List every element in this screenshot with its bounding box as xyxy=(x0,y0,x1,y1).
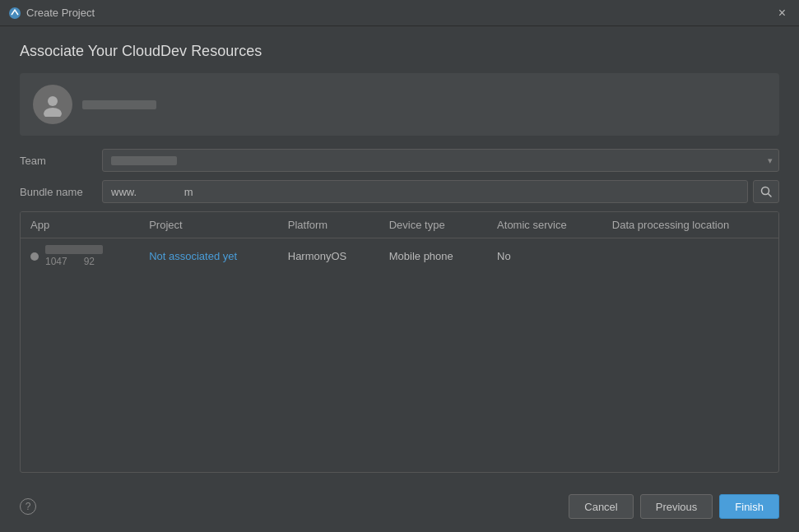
team-row: Team ▾ xyxy=(20,149,779,172)
col-platform: Platform xyxy=(278,212,379,238)
bundle-name-label: Bundle name xyxy=(20,186,94,198)
cell-device-type: Mobile phone xyxy=(379,238,487,275)
app-table-container: App Project Platform Device type Atomic … xyxy=(20,211,779,473)
svg-line-4 xyxy=(769,194,772,197)
dialog-title-bar: Create Project xyxy=(26,7,95,19)
close-button[interactable]: × xyxy=(773,5,791,21)
svg-point-2 xyxy=(44,108,62,117)
team-select-wrapper: ▾ xyxy=(102,149,779,172)
cancel-button[interactable]: Cancel xyxy=(569,494,633,519)
app-info: 1047 92 xyxy=(45,245,103,267)
team-value-blurred xyxy=(111,156,177,165)
search-icon xyxy=(760,186,772,197)
svg-point-1 xyxy=(48,96,58,106)
col-atomic-service: Atomic service xyxy=(487,212,602,238)
col-app: App xyxy=(21,212,139,238)
cell-data-processing xyxy=(602,238,778,275)
app-name-blurred xyxy=(45,245,103,254)
app-status-dot xyxy=(30,252,39,261)
account-name-blurred xyxy=(82,100,156,109)
bundle-name-row: Bundle name xyxy=(20,180,779,203)
footer-buttons: Cancel Previous Finish xyxy=(569,494,779,519)
help-button[interactable]: ? xyxy=(20,498,36,515)
dialog-content: Associate Your CloudDev Resources Team ▾… xyxy=(0,26,799,486)
cell-atomic-service: No xyxy=(487,238,602,275)
col-data-processing: Data processing location xyxy=(602,212,778,238)
table-header-row: App Project Platform Device type Atomic … xyxy=(21,212,778,238)
app-id: 1047 92 xyxy=(45,256,103,267)
team-label: Team xyxy=(20,155,94,167)
finish-button[interactable]: Finish xyxy=(719,494,779,519)
previous-button[interactable]: Previous xyxy=(640,494,713,519)
cell-project: Not associated yet xyxy=(139,238,278,275)
app-logo-icon xyxy=(8,7,21,20)
bundle-name-input[interactable] xyxy=(102,180,748,203)
avatar-icon xyxy=(40,92,65,117)
cell-app: 1047 92 xyxy=(21,238,139,275)
col-project: Project xyxy=(139,212,278,238)
dialog-footer: ? Cancel Previous Finish xyxy=(0,486,799,532)
app-table: App Project Platform Device type Atomic … xyxy=(21,212,778,274)
account-card xyxy=(20,73,779,136)
title-bar-left: Create Project xyxy=(8,7,95,20)
page-title: Associate Your CloudDev Resources xyxy=(20,43,779,60)
search-button[interactable] xyxy=(753,180,779,203)
project-link[interactable]: Not associated yet xyxy=(149,250,237,262)
bundle-name-input-wrapper xyxy=(102,180,779,203)
avatar xyxy=(33,85,72,124)
col-device-type: Device type xyxy=(379,212,487,238)
table-row[interactable]: 1047 92 Not associated yet HarmonyOS Mob… xyxy=(21,238,778,275)
title-bar: Create Project × xyxy=(0,0,799,26)
cell-platform: HarmonyOS xyxy=(278,238,379,275)
